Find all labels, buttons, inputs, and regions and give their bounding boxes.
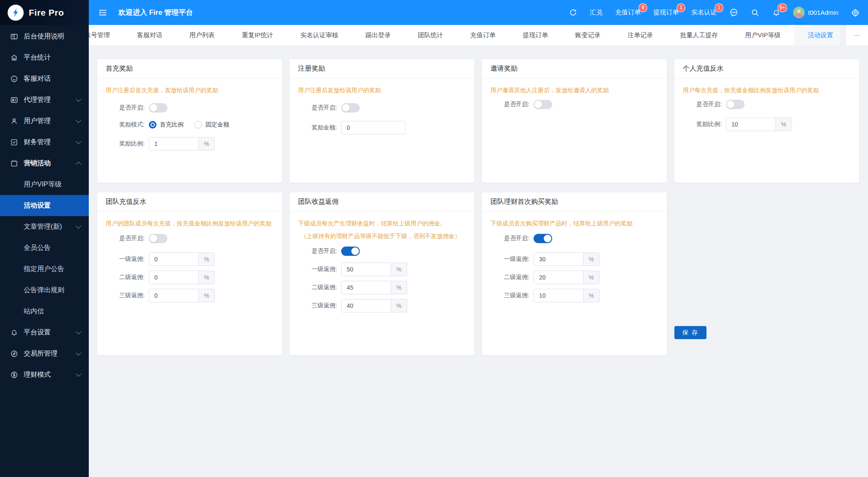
enable-toggle[interactable] [534, 234, 552, 243]
sidebar-subitem-user-announce[interactable]: 指定用户公告 [0, 258, 89, 280]
level3-input[interactable] [534, 289, 583, 302]
top-header: 欢迎进入 Fire 管理平台 汇兑 充值订单 9 提现订单 1 实名认证 [89, 0, 868, 25]
sidebar-item-finance-mgmt[interactable]: 财务管理 [0, 132, 89, 153]
sidebar-subitem-label: 全员公告 [24, 244, 51, 252]
sidebar-subitem-vip-level[interactable]: 用户VIP等级 [0, 174, 89, 195]
sidebar-item-wealth-mode[interactable]: 理财模式 [0, 364, 89, 385]
percent-suffix: % [776, 118, 792, 131]
sidebar: Fire Pro 后台使用说明 平台统计 客服对话 代理管理 用 [0, 0, 89, 477]
tab-user-list[interactable]: 用户列表 [176, 25, 228, 45]
search-icon [751, 8, 759, 17]
id-card-icon [10, 96, 18, 104]
tabs-more-button[interactable]: ⋯ [846, 25, 868, 45]
user-menu[interactable]: t001Admin [793, 7, 838, 18]
level2-input[interactable] [149, 271, 199, 284]
menu-fold-icon[interactable] [98, 8, 107, 17]
tab-activity-settings[interactable]: 活动设置 [794, 25, 840, 45]
level2-input[interactable] [341, 281, 391, 294]
refresh-button[interactable] [569, 8, 577, 16]
tab-kick-login[interactable]: 踢出登录 [352, 25, 404, 45]
kyc-badge: 1 [715, 4, 723, 12]
tab-bar: 账号管理 客服对话 用户列表 重复IP统计 实名认证审核 踢出登录 团队统计 充… [89, 25, 868, 45]
level1-label: 一级返佣: [490, 255, 529, 263]
enable-toggle[interactable] [149, 103, 167, 112]
sidebar-item-platform-stats[interactable]: 平台统计 [0, 47, 89, 68]
settings-button[interactable] [851, 8, 860, 17]
save-area: 保 存 [674, 192, 859, 355]
ratio-input[interactable] [149, 137, 199, 151]
tab-bet-records[interactable]: 注单记录 [614, 25, 666, 45]
tab-ledger[interactable]: 账变记录 [561, 25, 614, 45]
exchange-link[interactable]: 汇兑 [590, 8, 602, 16]
tab-batch-deposit[interactable]: 批量人工提存 [666, 25, 731, 45]
level2-label: 二级返佣: [490, 274, 529, 281]
enable-label: 是否开启: [298, 104, 337, 112]
messages-button[interactable] [729, 8, 738, 17]
chevron-down-icon [76, 96, 81, 102]
ratio-input[interactable] [726, 118, 776, 131]
enable-toggle[interactable] [341, 103, 360, 112]
tab-dup-ip[interactable]: 重复IP统计 [228, 25, 287, 45]
tab-team-stats[interactable]: 团队统计 [404, 25, 457, 45]
sidebar-subitem-popup-rules[interactable]: 公告弹出规则 [0, 280, 89, 301]
sidebar-item-service-chat[interactable]: 客服对话 [0, 68, 89, 89]
sidebar-subitem-article-mgmt[interactable]: 文章管理(新) [0, 216, 89, 237]
radio-label: 首充比例 [160, 121, 183, 129]
enable-toggle[interactable] [149, 234, 167, 243]
level2-input[interactable] [534, 271, 583, 284]
tab-recharge-orders[interactable]: 充值订单 [457, 25, 509, 45]
sidebar-item-label: 营销活动 [24, 159, 77, 168]
amount-input[interactable] [341, 121, 405, 134]
notifications-button[interactable]: 9+ [772, 8, 780, 17]
chevron-down-icon [76, 223, 81, 229]
enable-toggle[interactable] [534, 100, 552, 109]
sidebar-item-help[interactable]: 后台使用说明 [0, 26, 89, 47]
tab-withdraw-orders[interactable]: 提现订单 [509, 25, 561, 45]
card-description: 用户注册后发放给该用户的奖励 [298, 86, 466, 95]
chevron-down-icon [76, 350, 81, 356]
sidebar-subitem-all-announce[interactable]: 全员公告 [0, 237, 89, 258]
notifications-badge: 9+ [778, 4, 787, 12]
radio-option-first-charge-ratio[interactable]: 首充比例 [149, 121, 183, 129]
card-invite: 邀请奖励 用户邀请其他人注册后，发放给邀请人的奖励 是否开启: [482, 59, 667, 183]
check-square-icon [10, 138, 18, 146]
level1-input[interactable] [149, 252, 199, 266]
save-button[interactable]: 保 存 [674, 326, 706, 339]
recharge-orders-link[interactable]: 充值订单 9 [615, 8, 641, 16]
sidebar-item-label: 平台统计 [24, 53, 80, 62]
percent-suffix: % [199, 271, 215, 284]
kyc-link[interactable]: 实名认证 1 [691, 8, 717, 16]
level3-input[interactable] [341, 299, 391, 313]
sidebar-item-exchange-mgmt[interactable]: 交易所管理 [0, 343, 89, 364]
header-actions: 汇兑 充值订单 9 提现订单 1 实名认证 1 [569, 7, 868, 18]
radio-icon [149, 121, 156, 129]
percent-suffix: % [391, 281, 407, 294]
tab-kyc-review[interactable]: 实名认证审核 [287, 25, 352, 45]
level3-label: 三级返佣: [298, 302, 337, 310]
search-button[interactable] [751, 8, 759, 17]
tab-service-chat[interactable]: 客服对话 [123, 25, 176, 45]
level1-input[interactable] [534, 252, 583, 266]
sidebar-subitem-label: 站内信 [24, 307, 44, 316]
tab-vip-level[interactable]: 用户VIP等级 [731, 25, 794, 45]
sidebar-item-label: 理财模式 [24, 370, 77, 379]
sidebar-item-user-mgmt[interactable]: 用户管理 [0, 110, 89, 132]
sidebar-subitem-activity-settings[interactable]: 活动设置 [0, 195, 89, 216]
enable-toggle[interactable] [726, 100, 745, 109]
sidebar-subitem-site-mail[interactable]: 站内信 [0, 301, 89, 322]
level1-input[interactable] [341, 263, 391, 276]
tab-account-mgmt[interactable]: 账号管理 [89, 25, 123, 45]
sidebar-item-agent-mgmt[interactable]: 代理管理 [0, 89, 89, 110]
radio-option-fixed-amount[interactable]: 固定金额 [194, 121, 229, 129]
percent-suffix: % [199, 289, 215, 302]
sidebar-item-platform-settings[interactable]: 平台设置 [0, 322, 89, 343]
chevron-down-icon [76, 371, 81, 377]
content-area: 首充奖励 用户注册后首次充值，发放给该用户的奖励 是否开启: 奖励模式: 首充比… [89, 45, 868, 477]
enable-toggle[interactable] [341, 247, 360, 256]
level3-input[interactable] [149, 289, 199, 302]
bell-icon [10, 329, 18, 337]
calendar-icon [10, 159, 18, 167]
withdraw-orders-link[interactable]: 提现订单 1 [653, 8, 679, 16]
sidebar-item-marketing[interactable]: 营销活动 [0, 153, 89, 174]
chevron-down-icon [76, 118, 81, 123]
